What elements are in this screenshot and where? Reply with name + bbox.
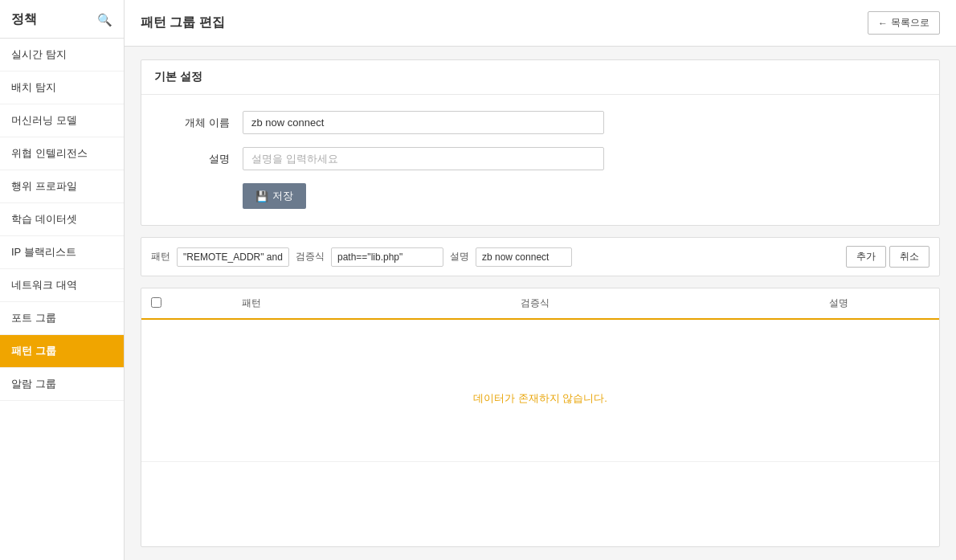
sidebar-item-alarm-group[interactable]: 알람 그룹 — [0, 368, 124, 400]
name-input[interactable] — [243, 111, 604, 134]
pattern-field-label: 패턴 — [151, 250, 170, 264]
table-body: 데이터가 존재하지 않습니다. — [141, 319, 939, 462]
sidebar-item-realtime[interactable]: 실시간 탐지 — [0, 39, 124, 71]
col-header-pattern: 패턴 — [171, 288, 332, 319]
pattern-desc-input[interactable] — [476, 247, 572, 267]
page-title: 패턴 그룹 편집 — [141, 14, 225, 31]
table-header-row: 패턴 검증식 설명 — [141, 288, 939, 319]
add-cancel-group: 추가 취소 — [846, 246, 929, 268]
sidebar-item-behavior-profile[interactable]: 행위 프로파일 — [0, 170, 124, 202]
basic-settings-card: 기본 설정 개체 이름 설명 💾 저장 — [141, 59, 940, 226]
save-button-label: 저장 — [272, 189, 293, 203]
name-label: 개체 이름 — [154, 116, 243, 130]
sidebar-header: 정책 🔍 — [0, 0, 124, 39]
no-data-text: 데이터가 존재하지 않습니다. — [151, 327, 929, 454]
sidebar-item-threat-intel[interactable]: 위협 인텔리전스 — [0, 137, 124, 170]
save-button[interactable]: 💾 저장 — [243, 183, 306, 209]
sidebar-item-port-group[interactable]: 포트 그룹 — [0, 302, 124, 334]
table-card: 패턴 검증식 설명 데이터가 존재하지 않습니다. — [141, 288, 940, 547]
basic-settings-body: 개체 이름 설명 💾 저장 — [141, 95, 939, 225]
col-header-regex: 검증식 — [332, 288, 738, 319]
empty-message: 데이터가 존재하지 않습니다. — [141, 319, 939, 462]
regex-field-label: 검증식 — [296, 250, 325, 264]
add-button[interactable]: 추가 — [846, 246, 886, 268]
sidebar-item-batch[interactable]: 배치 탐지 — [0, 72, 124, 104]
sidebar: 정책 🔍 실시간 탐지배치 탐지머신러닝 모델위협 인텔리전스행위 프로파일학습… — [0, 0, 125, 560]
sidebar-item-pattern-group[interactable]: 패턴 그룹 — [0, 335, 124, 367]
sidebar-item-ml-model[interactable]: 머신러닝 모델 — [0, 104, 124, 137]
pattern-add-row: 패턴 검증식 설명 추가 취소 — [141, 237, 940, 276]
sidebar-item-learning-dataset[interactable]: 학습 데이터셋 — [0, 203, 124, 235]
search-icon[interactable]: 🔍 — [97, 13, 112, 27]
back-button-label: 목록으로 — [891, 16, 929, 30]
desc-row: 설명 — [154, 147, 926, 170]
main-header: 패턴 그룹 편집 ← 목록으로 — [125, 0, 956, 47]
basic-settings-title: 기본 설정 — [141, 60, 939, 95]
main-content: 패턴 그룹 편집 ← 목록으로 기본 설정 개체 이름 설명 💾 — [125, 0, 956, 560]
pattern-table: 패턴 검증식 설명 데이터가 존재하지 않습니다. — [141, 288, 939, 462]
desc-input[interactable] — [243, 147, 604, 170]
sidebar-menu: 실시간 탐지배치 탐지머신러닝 모델위협 인텔리전스행위 프로파일학습 데이터셋… — [0, 39, 124, 560]
cancel-button[interactable]: 취소 — [889, 246, 929, 268]
empty-row: 데이터가 존재하지 않습니다. — [141, 319, 939, 462]
main-body: 기본 설정 개체 이름 설명 💾 저장 패 — [125, 47, 956, 560]
back-to-list-button[interactable]: ← 목록으로 — [868, 11, 940, 35]
sidebar-item-ip-blacklist[interactable]: IP 블랙리스트 — [0, 236, 124, 268]
save-button-row: 💾 저장 — [154, 183, 926, 209]
sidebar-title: 정책 — [11, 11, 37, 28]
col-header-desc: 설명 — [738, 288, 939, 319]
save-icon: 💾 — [255, 190, 268, 202]
regex-input[interactable] — [331, 247, 443, 267]
back-arrow-icon: ← — [878, 18, 888, 29]
desc-field-label: 설명 — [450, 250, 469, 264]
name-row: 개체 이름 — [154, 111, 926, 134]
select-all-checkbox[interactable] — [151, 297, 161, 308]
table-header: 패턴 검증식 설명 — [141, 288, 939, 319]
pattern-input[interactable] — [177, 247, 289, 267]
col-header-check — [141, 288, 171, 319]
desc-label: 설명 — [154, 152, 243, 166]
sidebar-item-network-subnet[interactable]: 네트워크 대역 — [0, 269, 124, 301]
